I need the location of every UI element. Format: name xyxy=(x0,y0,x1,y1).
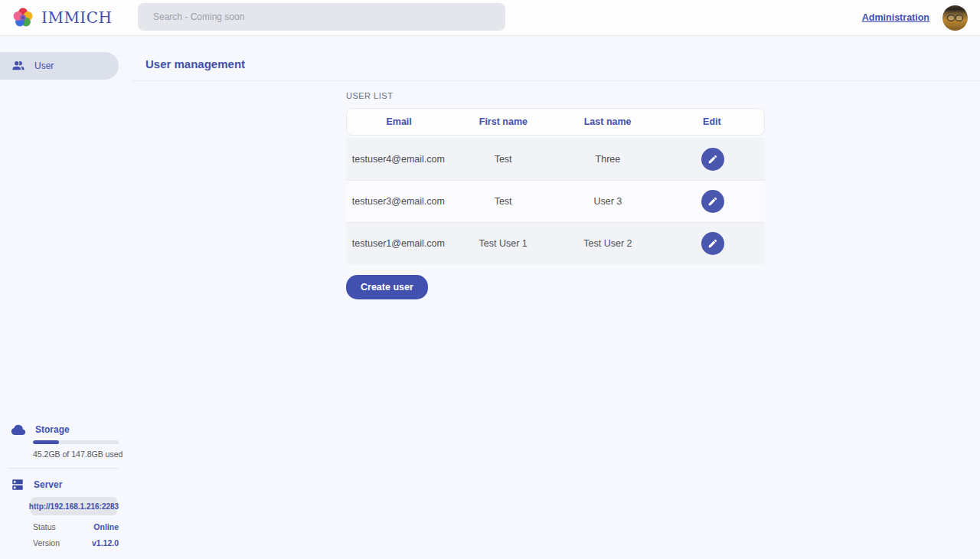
header-edit: Edit xyxy=(660,116,764,127)
avatar-glasses-photo xyxy=(946,14,964,22)
storage-progress-bar xyxy=(33,440,119,444)
edit-user-button[interactable] xyxy=(701,148,724,171)
server-url-chip[interactable]: http://192.168.1.216:2283 xyxy=(31,497,117,515)
create-user-button[interactable]: Create user xyxy=(346,275,428,299)
server-icon xyxy=(11,478,24,492)
header-email: Email xyxy=(347,116,451,127)
header-first-name: First name xyxy=(451,116,555,127)
cell-email: testuser3@email.com xyxy=(346,196,451,207)
app-logo[interactable]: IMMICH xyxy=(11,6,113,29)
cell-last-name: User 3 xyxy=(556,196,661,207)
pencil-icon xyxy=(707,154,718,165)
user-list-section: USER LIST Email First name Last name Edi… xyxy=(346,91,765,299)
header-last-name: Last name xyxy=(556,116,660,127)
users-icon xyxy=(11,59,25,73)
cell-email: testuser4@email.com xyxy=(346,154,451,165)
server-status-row: Status Online xyxy=(33,522,119,531)
user-avatar[interactable] xyxy=(942,5,968,31)
pencil-icon xyxy=(707,196,718,207)
server-version-value: v1.12.0 xyxy=(92,538,119,548)
sidebar-divider xyxy=(8,468,119,469)
storage-usage-label: 45.2GB of 147.8GB used xyxy=(33,449,131,459)
user-table-header: Email First name Last name Edit xyxy=(346,108,765,136)
server-section-header: Server xyxy=(0,478,131,492)
search-input[interactable] xyxy=(138,3,505,31)
app-title: IMMICH xyxy=(41,10,113,25)
server-title: Server xyxy=(34,479,62,490)
server-version-row: Version v1.12.0 xyxy=(33,538,119,548)
top-navbar: IMMICH Administration xyxy=(0,0,980,36)
server-status-label: Status xyxy=(33,522,56,531)
user-table-body: testuser4@email.com Test Three testuser3… xyxy=(346,138,765,264)
cell-email: testuser1@email.com xyxy=(346,238,451,249)
storage-title: Storage xyxy=(35,424,70,435)
main-content: User management USER LIST Email First na… xyxy=(131,36,980,558)
cell-first-name: Test xyxy=(451,154,556,165)
sidebar-bottom: Storage 45.2GB of 147.8GB used Server ht… xyxy=(0,423,131,558)
storage-progress-fill xyxy=(33,440,59,444)
table-row: testuser3@email.com Test User 3 xyxy=(346,180,765,222)
immich-flower-icon xyxy=(11,6,34,29)
table-row: testuser4@email.com Test Three xyxy=(346,138,765,180)
cell-first-name: Test User 1 xyxy=(451,238,556,249)
cloud-icon xyxy=(11,423,26,435)
navbar-right: Administration xyxy=(862,5,968,31)
administration-link[interactable]: Administration xyxy=(862,12,929,23)
server-status-value: Online xyxy=(93,522,119,531)
edit-user-button[interactable] xyxy=(701,232,724,255)
cell-last-name: Test User 2 xyxy=(556,238,661,249)
cell-last-name: Three xyxy=(556,154,661,165)
page-header: User management xyxy=(131,36,980,81)
storage-section-header: Storage xyxy=(0,423,131,435)
pencil-icon xyxy=(707,238,718,249)
user-list-label: USER LIST xyxy=(346,91,765,100)
sidebar: User Storage 45.2GB of 147.8GB used Serv… xyxy=(0,36,131,558)
server-version-label: Version xyxy=(33,538,60,548)
page-title: User management xyxy=(145,57,245,70)
page-layout: User Storage 45.2GB of 147.8GB used Serv… xyxy=(0,36,980,558)
sidebar-item-label: User xyxy=(34,60,54,71)
table-row: testuser1@email.com Test User 1 Test Use… xyxy=(346,222,765,264)
search-bar xyxy=(138,3,505,31)
edit-user-button[interactable] xyxy=(701,190,724,213)
cell-first-name: Test xyxy=(451,196,556,207)
sidebar-item-users[interactable]: User xyxy=(0,52,119,80)
